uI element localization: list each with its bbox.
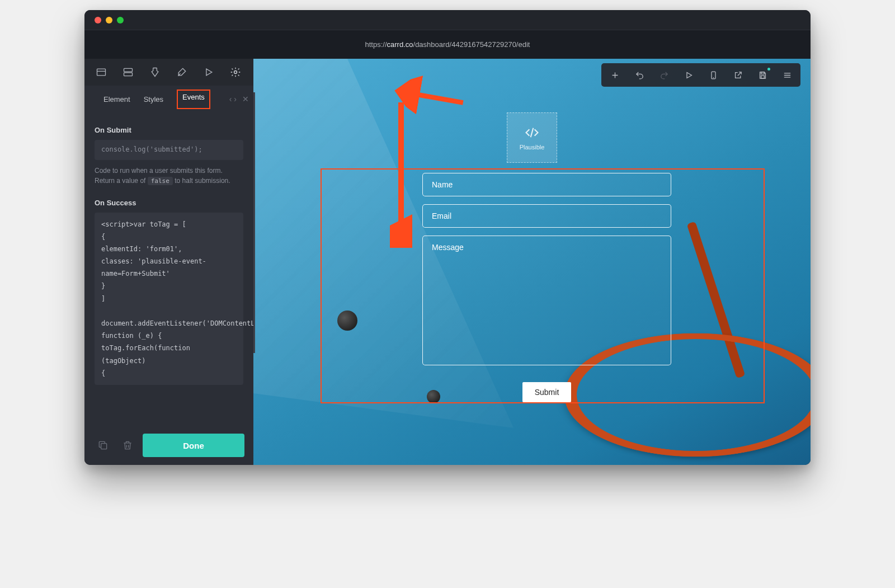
undo-icon[interactable]	[628, 65, 651, 84]
mobile-icon[interactable]	[702, 65, 724, 84]
on-success-label: On Success	[95, 199, 243, 207]
svg-rect-14	[761, 76, 764, 78]
save-icon[interactable]	[751, 65, 774, 84]
duplicate-icon[interactable]	[93, 436, 112, 455]
trash-icon[interactable]	[118, 436, 137, 455]
panel-close-icon[interactable]: ✕	[242, 95, 249, 104]
embed-block[interactable]: Plausible	[507, 112, 557, 163]
url-bar[interactable]: https://carrd.co/dashboard/4429167542729…	[365, 40, 530, 49]
svg-marker-10	[686, 72, 691, 78]
left-toolbar	[84, 59, 253, 86]
close-icon[interactable]	[95, 17, 101, 23]
email-field[interactable]: Email	[422, 204, 671, 228]
svg-line-20	[410, 72, 463, 125]
tab-styles[interactable]: Styles	[144, 90, 163, 109]
svg-rect-0	[97, 69, 106, 76]
svg-line-18	[531, 128, 534, 137]
svg-marker-5	[206, 69, 212, 76]
content-icon[interactable]	[88, 59, 115, 86]
tab-element[interactable]: Element	[103, 90, 130, 109]
panel-next-icon[interactable]: ›	[234, 95, 237, 104]
contact-form: Name Email Message Submit	[422, 173, 671, 402]
gear-icon[interactable]	[222, 59, 249, 86]
style-icon[interactable]	[168, 59, 195, 86]
sidebar-panel: Element Styles Events ‹ › ✕ On Submit co…	[84, 59, 253, 465]
code-icon	[524, 125, 540, 140]
name-field[interactable]: Name	[422, 173, 671, 196]
panel-footer: Done	[84, 426, 253, 465]
svg-rect-13	[761, 72, 764, 74]
on-submit-help: Code to run when a user submits this for…	[95, 166, 243, 186]
play-icon[interactable]	[195, 59, 222, 86]
titlebar: ◈ Plausible · My Sites · Dashboard	[84, 10, 811, 30]
tab-events[interactable]: Events	[177, 90, 210, 109]
embed-label: Plausible	[520, 144, 545, 150]
panel-prev-icon[interactable]: ‹	[229, 95, 232, 104]
redo-icon[interactable]	[653, 65, 675, 84]
svg-point-6	[234, 71, 237, 74]
menu-icon[interactable]	[776, 65, 798, 84]
zoom-icon[interactable]	[117, 17, 124, 23]
panel-nav-arrows: ‹ › ✕	[229, 95, 249, 104]
open-icon[interactable]	[727, 65, 749, 84]
traffic-lights	[95, 17, 124, 23]
minimize-icon[interactable]	[106, 17, 112, 23]
form-selection[interactable]: Name Email Message Submit	[321, 168, 765, 403]
message-field[interactable]: Message	[422, 236, 671, 365]
unsaved-indicator	[767, 68, 770, 70]
canvas-toolbar	[601, 63, 800, 87]
svg-rect-2	[124, 68, 133, 72]
add-icon[interactable]	[604, 65, 626, 84]
browser-window: ◈ Plausible · My Sites · Dashboard https…	[84, 10, 811, 465]
svg-rect-3	[124, 73, 133, 76]
submit-button[interactable]: Submit	[522, 382, 572, 402]
on-submit-input[interactable]: console.log('submitted');	[95, 140, 243, 160]
resize-handle[interactable]	[253, 92, 255, 353]
app-area: Element Styles Events ‹ › ✕ On Submit co…	[84, 59, 811, 465]
panel-tabs: Element Styles Events	[93, 90, 220, 109]
svg-rect-7	[101, 444, 107, 449]
preview-icon[interactable]	[677, 65, 700, 84]
annotation-arrow-events	[390, 97, 412, 250]
canvas[interactable]: Plausible Name Email Message Submit	[253, 59, 811, 465]
url-toolbar: https://carrd.co/dashboard/4429167542729…	[84, 30, 811, 59]
on-submit-label: On Submit	[95, 126, 243, 134]
panel-body: On Submit console.log('submitted'); Code…	[84, 112, 253, 426]
done-button[interactable]: Done	[143, 434, 244, 457]
interaction-icon[interactable]	[142, 59, 168, 86]
on-success-input[interactable]: <script>var toTag = [ { elementId: 'form…	[95, 213, 243, 385]
section-icon[interactable]	[115, 59, 142, 86]
